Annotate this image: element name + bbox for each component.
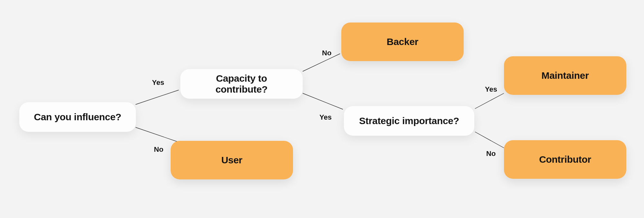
node-label: Maintainer — [541, 70, 589, 81]
node-label: Capacity to contribute? — [190, 73, 293, 95]
svg-line-0 — [136, 90, 179, 104]
svg-line-4 — [475, 93, 504, 109]
svg-line-2 — [303, 54, 340, 71]
svg-line-5 — [475, 132, 504, 148]
outcome-backer: Backer — [341, 23, 464, 61]
node-label: Contributor — [539, 154, 591, 165]
outcome-maintainer: Maintainer — [504, 56, 626, 95]
node-label: Backer — [387, 36, 418, 47]
outcome-contributor: Contributor — [504, 140, 626, 179]
edge-label-capacity-yes: Yes — [319, 113, 332, 122]
svg-line-3 — [303, 93, 343, 109]
svg-line-1 — [136, 127, 179, 142]
edge-label-influence-no: No — [154, 145, 163, 154]
node-label: User — [221, 155, 242, 166]
question-capacity-to-contribute: Capacity to contribute? — [180, 69, 303, 99]
question-can-you-influence: Can you influence? — [19, 102, 136, 132]
edge-label-influence-yes: Yes — [152, 78, 164, 87]
edge-label-strategic-no: No — [486, 150, 496, 158]
edge-label-strategic-yes: Yes — [485, 85, 497, 94]
question-strategic-importance: Strategic importance? — [344, 106, 474, 136]
outcome-user: User — [171, 141, 293, 179]
edge-label-capacity-no: No — [322, 49, 331, 57]
node-label: Can you influence? — [34, 112, 121, 123]
node-label: Strategic importance? — [359, 115, 459, 126]
decision-tree: Can you influence? Capacity to contribut… — [0, 0, 644, 218]
